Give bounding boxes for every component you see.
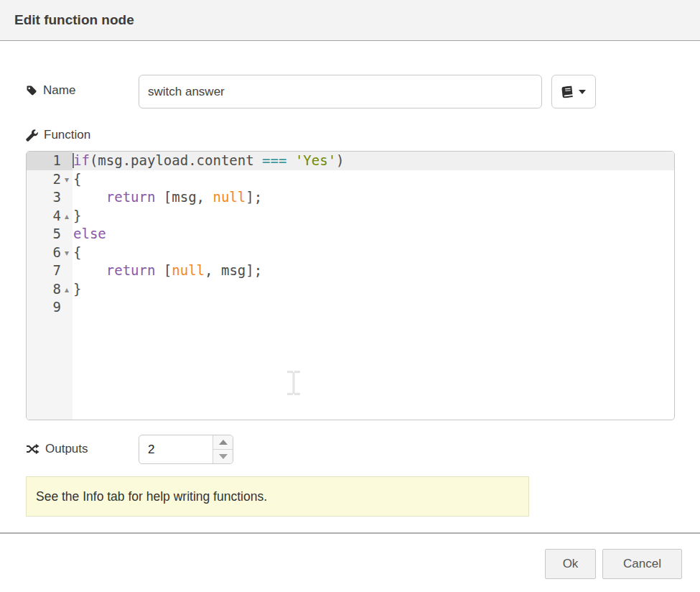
text-caret (73, 153, 74, 168)
wrench-icon (26, 129, 38, 142)
gutter-cell[interactable]: 2▾ (27, 170, 73, 189)
editor-line[interactable]: if(msg.payload.content === 'Yes') (73, 152, 674, 170)
editor-line[interactable]: { (73, 170, 674, 189)
spinner-down-button[interactable] (213, 450, 233, 464)
line-number: 5 (27, 225, 61, 244)
caret-up-icon (219, 440, 228, 445)
editor-code[interactable]: if(msg.payload.content === 'Yes'){ retur… (73, 152, 674, 420)
fold-spacer (61, 225, 73, 244)
line-number: 3 (27, 188, 61, 207)
fold-open-icon[interactable]: ▾ (61, 244, 73, 262)
editor-line[interactable]: return [null, msg]; (73, 262, 674, 280)
code-token-string: 'Yes' (295, 152, 336, 168)
dialog-title: Edit function node (14, 12, 134, 28)
line-number: 1 (27, 152, 61, 170)
code-token-text (73, 262, 106, 278)
code-token-operator: === (262, 152, 286, 168)
name-label: Name (26, 83, 75, 98)
code-token-constant: null (213, 189, 246, 205)
code-token-text: , msg]; (205, 262, 262, 278)
book-icon (561, 85, 574, 98)
outputs-spinner[interactable]: 2 (139, 435, 233, 464)
fold-close-icon[interactable]: ▴ (61, 207, 73, 226)
editor-line[interactable]: { (73, 244, 674, 262)
editor-line[interactable] (73, 298, 674, 317)
editor-gutter[interactable]: 12▾34▴56▾78▴9 (27, 152, 73, 420)
outputs-label-text: Outputs (45, 442, 88, 456)
line-number: 8 (27, 280, 61, 299)
gutter-cell[interactable]: 9 (27, 298, 73, 317)
editor-line[interactable]: return [msg, null]; (73, 188, 674, 207)
gutter-cell[interactable]: 8▴ (27, 280, 73, 299)
code-token-text: ]; (246, 189, 262, 205)
editor-line[interactable]: else (73, 225, 674, 244)
function-code-editor[interactable]: 12▾34▴56▾78▴9 if(msg.payload.content ===… (26, 151, 675, 420)
fold-spacer (61, 152, 73, 170)
name-input[interactable] (139, 75, 542, 108)
line-number: 7 (27, 262, 61, 280)
code-token-keyword: else (73, 226, 106, 241)
editor-line[interactable]: } (73, 207, 674, 226)
code-token-constant: null (172, 262, 205, 278)
fold-spacer (61, 298, 73, 317)
caret-down-icon (579, 90, 586, 94)
fold-open-icon[interactable]: ▾ (61, 170, 73, 189)
code-token-text: { (73, 171, 81, 187)
code-token-keyword: return (106, 262, 156, 278)
spinner-up-button[interactable] (213, 435, 233, 450)
name-label-text: Name (43, 83, 75, 98)
library-button[interactable] (551, 75, 596, 108)
ok-button[interactable]: Ok (545, 549, 596, 579)
code-token-text: [msg, (155, 189, 213, 205)
form-tips-text: See the Info tab for help writing functi… (36, 489, 267, 504)
code-token-text (73, 189, 106, 205)
editor-line[interactable]: } (73, 280, 674, 299)
code-token-text: } (73, 208, 81, 223)
code-token-text: { (73, 244, 81, 260)
outputs-value[interactable]: 2 (148, 435, 154, 463)
code-token-text (286, 152, 294, 168)
fold-spacer (61, 188, 73, 207)
function-label: Function (26, 128, 90, 142)
code-token-keyword: return (106, 189, 156, 205)
spinner-buttons (213, 435, 233, 463)
gutter-cell[interactable]: 4▴ (27, 207, 73, 226)
code-token-text: } (73, 281, 81, 297)
line-number: 4 (27, 207, 61, 226)
line-number: 2 (27, 170, 61, 189)
gutter-cell[interactable]: 5 (27, 225, 73, 244)
caret-down-icon (219, 454, 228, 459)
shuffle-icon (26, 443, 39, 455)
dialog-header: Edit function node (0, 0, 700, 41)
gutter-cell[interactable]: 6▾ (27, 244, 73, 262)
outputs-label: Outputs (26, 442, 88, 456)
gutter-cell[interactable]: 7 (27, 262, 73, 280)
function-label-text: Function (44, 128, 90, 142)
gutter-cell[interactable]: 3 (27, 188, 73, 207)
code-token-keyword: if (73, 152, 90, 168)
line-number: 9 (27, 298, 61, 317)
fold-spacer (61, 262, 73, 280)
code-token-text: [ (155, 262, 172, 278)
code-token-text: ) (336, 152, 344, 168)
footer-divider (0, 532, 700, 534)
fold-close-icon[interactable]: ▴ (61, 280, 73, 299)
gutter-cell[interactable]: 1 (27, 152, 73, 170)
tag-icon (26, 85, 37, 96)
code-token-text: (msg.payload.content (90, 152, 262, 168)
line-number: 6 (27, 244, 61, 262)
cancel-button[interactable]: Cancel (602, 549, 682, 579)
form-tips: See the Info tab for help writing functi… (26, 476, 529, 517)
